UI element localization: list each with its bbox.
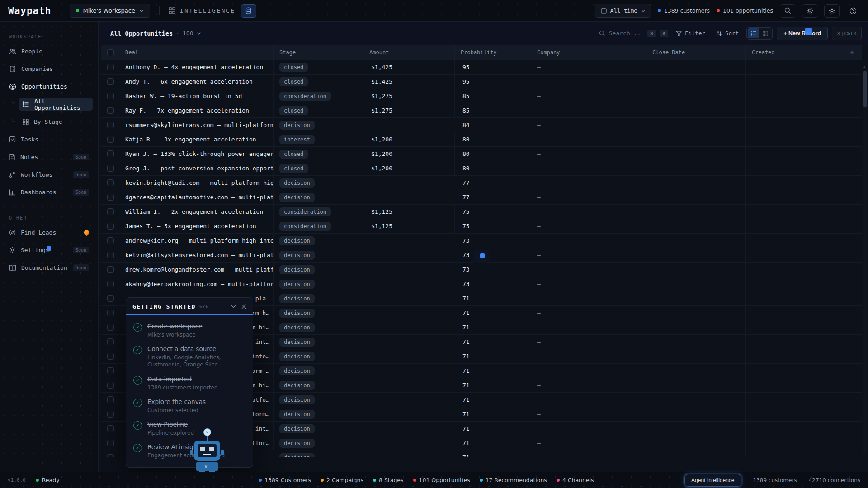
time-filter-button[interactable]: All time — [595, 4, 651, 18]
table-row[interactable]: Ray F. — 7x engagement acceleration clos… — [101, 103, 862, 118]
stage-cell: decision — [274, 378, 363, 392]
sidebar-item-by-stage[interactable]: By Stage — [19, 115, 93, 128]
shortcut-hint-button[interactable]: X | Ctrl K — [832, 27, 862, 40]
select-all-checkbox[interactable] — [101, 45, 119, 60]
row-checkbox[interactable] — [101, 234, 119, 248]
close-date-cell — [646, 161, 746, 175]
row-checkbox[interactable] — [101, 407, 119, 421]
sort-button[interactable]: Sort — [713, 27, 742, 39]
table-row[interactable]: Bashar W. — 19-action burst in 5d consid… — [101, 89, 862, 103]
table-row[interactable]: andrew@kier.org — multi-platform high_in… — [101, 234, 862, 248]
row-checkbox[interactable] — [101, 161, 119, 175]
stage-cell: closed — [274, 60, 363, 74]
table-row[interactable]: Ryan J. — 133% click-through power engag… — [101, 147, 862, 161]
row-checkbox[interactable] — [101, 349, 119, 363]
column-header-company[interactable]: Company — [531, 45, 646, 60]
row-checkbox[interactable] — [101, 291, 119, 305]
table-row[interactable]: kevin.bright@tudi.com — multi-platform h… — [101, 176, 862, 190]
robot-eye — [209, 447, 214, 451]
table-row[interactable]: William I. — 2x engagement acceleration … — [101, 205, 862, 219]
row-checkbox[interactable] — [101, 118, 119, 132]
scrollbar-thumb[interactable] — [863, 71, 867, 107]
sidebar-item-dashboards[interactable]: Dashboards Soon — [5, 186, 93, 199]
settings-button[interactable] — [824, 4, 840, 18]
row-checkbox[interactable] — [101, 60, 119, 74]
row-checkbox[interactable] — [101, 335, 119, 349]
row-checkbox[interactable] — [101, 132, 119, 146]
theme-toggle-button[interactable] — [802, 4, 817, 18]
sidebar-item-opportunities[interactable]: Opportunities — [5, 80, 93, 93]
column-header-stage[interactable]: Stage — [274, 45, 363, 60]
table-row[interactable]: Greg J. — post-conversion expansion oppo… — [101, 161, 862, 176]
row-checkbox[interactable] — [101, 364, 119, 378]
column-header-amount[interactable]: Amount — [363, 45, 455, 60]
table-row[interactable]: rsummers@skylinetrans.com — multi-platfo… — [101, 118, 862, 132]
scroll-up-arrow[interactable]: ▲ — [863, 65, 865, 69]
workspace-selector[interactable]: Mike's Workspace — [70, 4, 150, 18]
table-row[interactable]: dgarces@capitalautomotive.com — multi-pl… — [101, 190, 862, 205]
sidebar-item-workflows[interactable]: Workflows Soon — [5, 168, 93, 181]
table-search-input[interactable]: Search... — [599, 30, 641, 37]
stage-badge: decision — [279, 280, 315, 289]
created-cell — [746, 436, 836, 450]
row-checkbox[interactable] — [101, 277, 119, 291]
view-dropdown[interactable] — [197, 32, 201, 35]
created-cell — [746, 60, 836, 74]
metric-dot — [557, 479, 560, 482]
table-row[interactable]: akahny@deerparkroofing.com — multi-platf… — [101, 277, 862, 291]
soon-badge: Soon — [73, 171, 89, 178]
row-checkbox[interactable] — [101, 393, 119, 407]
row-checkbox[interactable] — [101, 205, 119, 219]
probability-cell: 73 — [455, 248, 531, 262]
filter-button[interactable]: Filter — [672, 27, 709, 39]
table-row[interactable]: Andy T. — 6x engagement acceleration clo… — [101, 75, 862, 89]
row-checkbox[interactable] — [101, 306, 119, 320]
row-checkbox[interactable] — [101, 436, 119, 450]
search-button[interactable] — [780, 4, 795, 18]
new-record-button[interactable]: + New Record — [777, 27, 828, 40]
row-checkbox[interactable] — [101, 176, 119, 190]
add-column-button[interactable]: + — [836, 45, 862, 60]
table-row[interactable]: Anthony D. — 4x engagement acceleration … — [101, 60, 862, 75]
row-checkbox[interactable] — [101, 103, 119, 117]
column-header-close-date[interactable]: Close Date — [646, 45, 746, 60]
row-checkbox[interactable] — [101, 75, 119, 89]
sidebar-item-tasks[interactable]: Tasks — [5, 133, 93, 146]
row-checkbox[interactable] — [101, 147, 119, 161]
collapse-chevron-icon[interactable] — [231, 305, 236, 308]
column-header-deal[interactable]: Deal — [119, 45, 274, 60]
row-checkbox[interactable] — [101, 190, 119, 204]
database-button[interactable] — [241, 4, 256, 18]
close-date-cell — [646, 234, 746, 248]
table-row[interactable]: James T. — 5x engagement acceleration co… — [101, 219, 862, 234]
row-checkbox[interactable] — [101, 378, 119, 392]
row-checkbox[interactable] — [101, 320, 119, 334]
column-header-created[interactable]: Created — [746, 45, 836, 60]
sidebar-item-companies[interactable]: Companies — [5, 62, 93, 75]
row-checkbox[interactable] — [101, 422, 119, 436]
help-button[interactable] — [846, 4, 860, 18]
sidebar-item-notes[interactable]: Notes Soon — [5, 150, 93, 164]
table-row[interactable]: Katja R. — 3x engagement acceleration in… — [101, 132, 862, 147]
table-row[interactable]: drew.komro@longandfoster.com — multi-pla… — [101, 263, 862, 277]
agent-intelligence-button[interactable]: Agent Intelligence — [684, 474, 741, 487]
row-checkbox[interactable] — [101, 89, 119, 103]
probability-cell: 85 — [455, 89, 531, 103]
vertical-scrollbar[interactable]: ▲ — [863, 69, 867, 454]
close-icon[interactable] — [241, 304, 246, 309]
deal-cell: akahny@deerparkroofing.com — multi-platf… — [119, 277, 274, 291]
row-checkbox[interactable] — [101, 450, 119, 457]
list-view-button[interactable] — [748, 28, 760, 38]
row-checkbox[interactable] — [101, 219, 119, 233]
created-cell — [746, 378, 836, 392]
row-checkbox[interactable] — [101, 248, 119, 262]
soon-badge: Soon — [73, 154, 89, 160]
sidebar-item-all-opportunities[interactable]: All Opportunities — [19, 98, 93, 111]
close-date-cell — [646, 436, 746, 450]
column-header-probability[interactable]: Probability — [455, 45, 531, 60]
sidebar-item-find-leads[interactable]: Find Leads — [5, 226, 93, 239]
sidebar-item-documentation[interactable]: Documentation Soon — [5, 261, 93, 274]
grid-view-button[interactable] — [760, 28, 771, 38]
row-checkbox[interactable] — [101, 263, 119, 277]
sidebar-item-people[interactable]: People — [5, 45, 93, 58]
